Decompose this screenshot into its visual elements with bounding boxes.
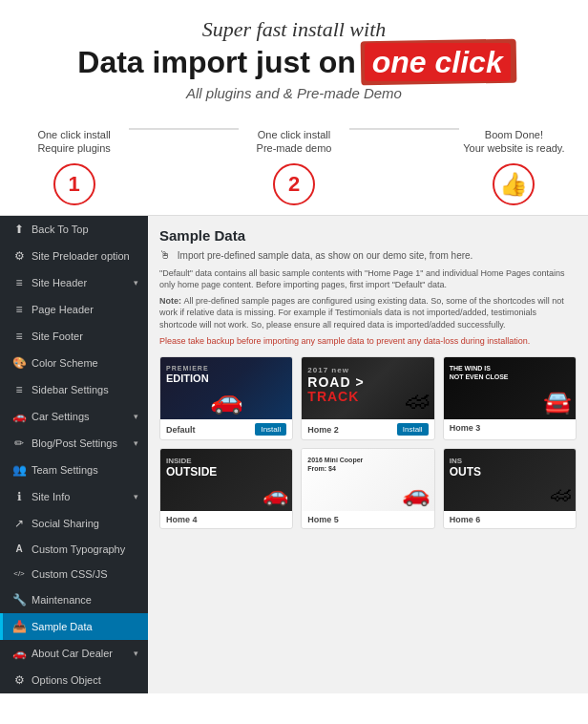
sidebar-item-back-to-top[interactable]: ⬆ Back To Top [0, 216, 148, 243]
thumb-card-home6: INS OUTS 🏎 Home 6 [443, 448, 577, 529]
sidebar-item-site-info[interactable]: ℹ Site Info ▾ [0, 483, 148, 510]
sidebar-label-custom-css: Custom CSS/JS [32, 568, 138, 580]
thumb-name-home6: Home 6 [450, 515, 481, 524]
warning-text: Please take backup before importing any … [159, 335, 577, 348]
mini-cooper-overlay: 2016 Mini CooperFrom: $4 [307, 457, 363, 473]
social-sharing-icon: ↗ [12, 517, 26, 530]
preloader-icon: ⚙ [12, 249, 26, 263]
sidebar-item-page-header[interactable]: ≡ Page Header [0, 296, 148, 323]
sidebar-label-blog-settings: Blog/Post Settings [32, 437, 128, 449]
sidebar-item-custom-css[interactable]: </> Custom CSS/JS [0, 562, 148, 586]
step-2-number: 2 [288, 172, 300, 197]
sidebar-label-back-to-top: Back To Top [32, 224, 138, 235]
content-area: ⬆ Back To Top ⚙ Site Preloader option ≡ … [0, 215, 588, 693]
sidebar-item-sample-data[interactable]: 📥 Sample Data [0, 613, 148, 640]
thumb-label-home3: Home 3 [444, 419, 576, 437]
chevron-down-icon: ▾ [134, 278, 138, 287]
thumb-label-home2: Home 2 Install [302, 419, 433, 439]
sidebar-item-about-car-dealer[interactable]: 🚗 About Car Dealer ▾ [0, 640, 148, 667]
car-icon-home2: 🏎 [406, 386, 430, 415]
site-info-icon: ℹ [12, 490, 26, 503]
thumb-card-default: PREMIERE EDITION 🚗 Default Install [159, 356, 293, 440]
color-scheme-icon: 🎨 [12, 356, 26, 370]
sidebar-label-maintenance: Maintenance [32, 594, 138, 606]
sidebar-item-car-settings[interactable]: 🚗 Car Settings ▾ [0, 403, 148, 430]
home6-overlay: INS OUTS [450, 457, 481, 479]
sidebar-item-maintenance[interactable]: 🔧 Maintenance [0, 586, 148, 613]
thumb-img-home5: 2016 Mini CooperFrom: $4 🚗 [302, 449, 433, 511]
thumb-label-home5: Home 5 [302, 511, 433, 528]
sample-data-title: Sample Data [159, 227, 577, 244]
step-3-label: Boom Done!Your website is ready. [459, 128, 569, 156]
thumb-img-default: PREMIERE EDITION 🚗 [160, 357, 292, 419]
chevron-down-icon-blog: ▾ [134, 438, 138, 448]
sidebar-label-color-scheme: Color Scheme [32, 357, 138, 369]
sidebar-label-page-header: Page Header [32, 304, 138, 315]
wind-overlay: THE WIND ISNOT EVEN CLOSE [450, 365, 509, 381]
steps-section: One click installRequire plugins 1 One c… [0, 111, 588, 215]
step-1-circle: 1 [53, 163, 95, 205]
sidebar-item-sidebar-settings[interactable]: ≡ Sidebar Settings [0, 376, 148, 403]
super-fast-text: Super fast install with [19, 17, 569, 42]
one-click-highlight: one click [365, 43, 511, 81]
sidebar-item-social-sharing[interactable]: ↗ Social Sharing [0, 510, 148, 537]
thumb-card-home5: 2016 Mini CooperFrom: $4 🚗 Home 5 [301, 448, 434, 529]
car-settings-icon: 🚗 [12, 410, 26, 423]
blog-settings-icon: ✏ [12, 437, 26, 450]
sidebar-label-social-sharing: Social Sharing [32, 518, 138, 529]
team-settings-icon: 👥 [12, 463, 26, 477]
sidebar-item-site-header[interactable]: ≡ Site Header ▾ [0, 269, 148, 296]
thumb-card-home3: THE WIND ISNOT EVEN CLOSE 🚘 Home 3 [443, 356, 577, 440]
site-header-icon: ≡ [12, 276, 26, 289]
step-connector-1 [129, 128, 239, 149]
chevron-down-icon-info: ▾ [134, 492, 138, 501]
outside-text: OUTSIDE [166, 465, 217, 479]
install-button-default[interactable]: Install [255, 423, 286, 436]
car-icon-home6: 🏎 [551, 482, 572, 507]
thumb-img-home4: INSIDE OUTSIDE 🚗 [160, 449, 292, 511]
thumb-name-home5: Home 5 [307, 515, 339, 524]
sidebar-item-typography[interactable]: A Custom Typography [0, 537, 148, 562]
sidebar-label-sample-data: Sample Data [32, 621, 138, 632]
sample-data-icon: 📥 [12, 620, 26, 633]
sidebar-item-color-scheme[interactable]: 🎨 Color Scheme [0, 350, 148, 376]
step-1-label: One click installRequire plugins [19, 128, 129, 156]
sidebar-label-site-header: Site Header [32, 277, 128, 288]
inside-outside-overlay: INSIDE OUTSIDE [166, 457, 217, 479]
step-2-circle: 2 [273, 163, 315, 205]
thumb-name-home4: Home 4 [166, 515, 198, 524]
options-object-icon: ⚙ [12, 673, 26, 687]
thumb-name-default: Default [166, 425, 196, 435]
thumb-img-home6: INS OUTS 🏎 [444, 449, 576, 511]
maintenance-icon: 🔧 [12, 593, 26, 607]
home6-outs-text: OUTS [450, 465, 481, 479]
sidebar-label-options-object: Options Object [32, 674, 138, 686]
car-icon-home4: 🚗 [262, 482, 288, 507]
sidebar-item-options-object[interactable]: ⚙ Options Object [0, 667, 148, 693]
sidebar-label-site-info: Site Info [32, 491, 128, 502]
wind-text: THE WIND ISNOT EVEN CLOSE [450, 365, 509, 381]
sidebar-item-blog-settings[interactable]: ✏ Blog/Post Settings ▾ [0, 430, 148, 457]
thumb-label-home4: Home 4 [160, 511, 292, 528]
thumb-label-home6: Home 6 [444, 511, 576, 528]
step-3-circle: 👍 [493, 163, 535, 205]
sidebar-label-sidebar-settings: Sidebar Settings [32, 384, 138, 395]
connector-line-1 [129, 128, 239, 130]
inside-text: INSIDE [166, 457, 217, 465]
import-icon: 🖱 [159, 248, 171, 262]
install-button-home2[interactable]: Install [397, 423, 429, 436]
step-1-number: 1 [68, 172, 79, 197]
sidebar-label-car-settings: Car Settings [32, 411, 128, 422]
road-track-overlay: 2017 new ROAD > TRACK [307, 367, 364, 405]
thumb-card-home4: INSIDE OUTSIDE 🚗 Home 4 [159, 448, 293, 529]
step-1: One click installRequire plugins 1 [19, 128, 129, 205]
thumbs-up-icon: 👍 [499, 171, 528, 198]
sidebar-item-team-settings[interactable]: 👥 Team Settings [0, 457, 148, 483]
sidebar-item-preloader[interactable]: ⚙ Site Preloader option [0, 243, 148, 269]
track-text: TRACK [307, 390, 364, 404]
thumb-name-home3: Home 3 [450, 423, 481, 433]
typography-icon: A [12, 543, 26, 554]
road-text: ROAD > [307, 375, 364, 390]
sidebar-item-site-footer[interactable]: ≡ Site Footer [0, 323, 148, 350]
site-footer-icon: ≡ [12, 330, 26, 343]
